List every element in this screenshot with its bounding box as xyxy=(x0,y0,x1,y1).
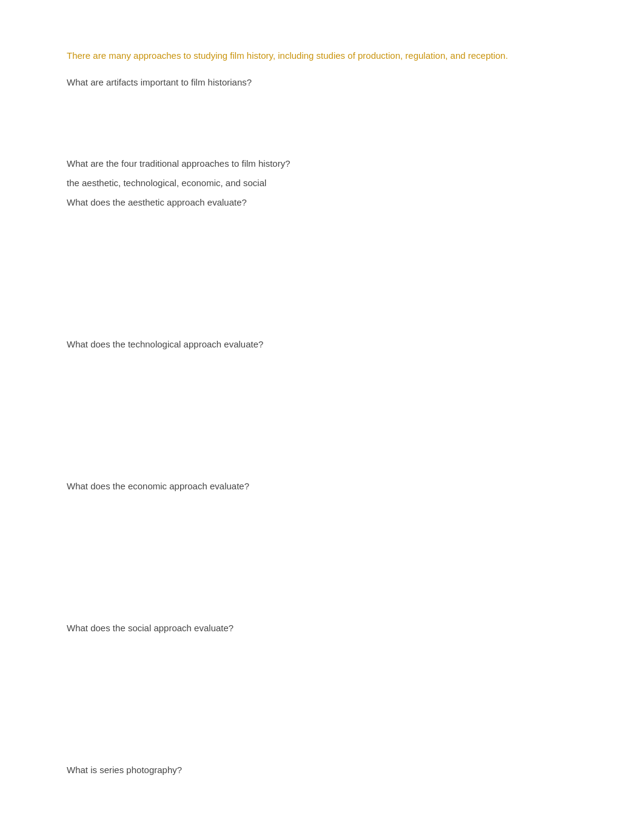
page-container: There are many approaches to studying fi… xyxy=(0,0,644,835)
question-2: What are the four traditional approaches… xyxy=(67,156,577,171)
section-q6: What does the social approach evaluate? xyxy=(67,621,577,635)
question-5: What does the economic approach evaluate… xyxy=(67,479,577,494)
spacer-3b xyxy=(67,461,577,479)
section-q2: What are the four traditional approaches… xyxy=(67,156,577,210)
highlighted-intro: There are many approaches to studying fi… xyxy=(67,49,577,63)
question-6: What does the social approach evaluate? xyxy=(67,621,577,635)
spacer-3 xyxy=(67,406,577,461)
section-q1: What are artifacts important to film his… xyxy=(67,75,577,90)
question-4: What does the technological approach eva… xyxy=(67,337,577,352)
spacer-2 xyxy=(67,264,577,319)
section-q5: What does the economic approach evaluate… xyxy=(67,479,577,494)
spacer-6 xyxy=(67,832,577,835)
spacer-4b xyxy=(67,603,577,621)
spacer-1 xyxy=(67,102,577,156)
spacer-2b xyxy=(67,319,577,337)
section-q7: What is series photography? xyxy=(67,763,577,777)
question-3: What does the aesthetic approach evaluat… xyxy=(67,195,577,210)
spacer-5 xyxy=(67,690,577,745)
section-q4: What does the technological approach eva… xyxy=(67,337,577,352)
spacer-5b xyxy=(67,745,577,763)
question-1: What are artifacts important to film his… xyxy=(67,75,577,90)
answer-2: the aesthetic, technological, economic, … xyxy=(67,176,577,190)
question-7: What is series photography? xyxy=(67,763,577,777)
spacer-4 xyxy=(67,548,577,603)
highlighted-text-content: There are many approaches to studying fi… xyxy=(67,50,508,61)
